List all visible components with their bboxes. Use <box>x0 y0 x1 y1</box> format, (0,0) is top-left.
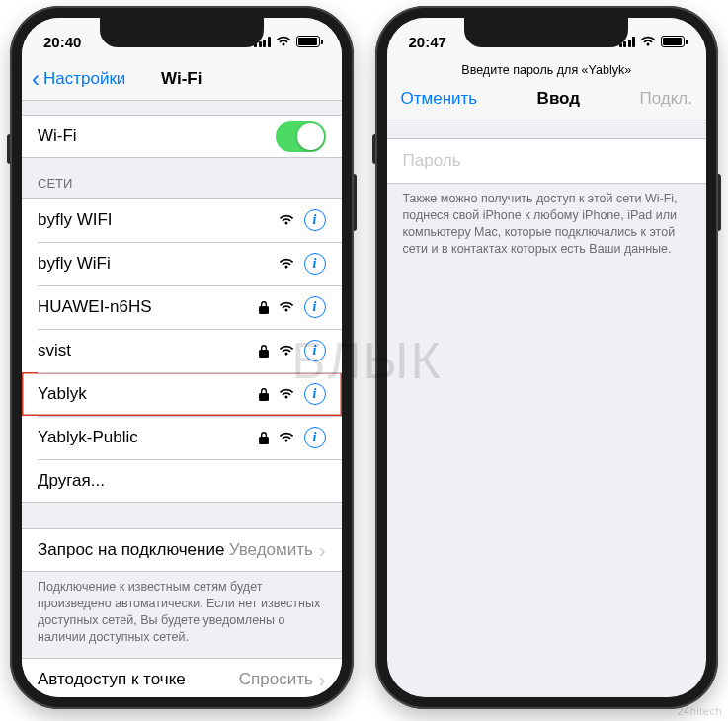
ask-to-join-value: Уведомить <box>229 540 313 560</box>
network-accessories: i <box>259 340 326 361</box>
phone-right: 20:47 Введите пароль для «Yablyk» Отмени… <box>375 6 719 709</box>
cancel-button[interactable]: Отменить <box>401 89 478 109</box>
password-prompt: Введите пароль для «Yablyk» <box>387 57 707 77</box>
screen-right: 20:47 Введите пароль для «Yablyk» Отмени… <box>387 18 707 697</box>
wifi-icon <box>276 36 291 47</box>
network-row[interactable]: svisti <box>22 329 342 372</box>
wifi-signal-icon <box>279 432 294 443</box>
network-accessories: i <box>279 209 326 231</box>
password-footer: Также можно получить доступ к этой сети … <box>387 184 707 270</box>
network-row[interactable]: Yablyki <box>22 372 342 416</box>
screen-left: 20:40 ‹ Настройки Wi-Fi Wi-Fi <box>22 18 342 697</box>
status-indicators <box>619 36 686 47</box>
battery-icon <box>296 36 320 47</box>
wifi-signal-icon <box>279 258 294 270</box>
status-time: 20:47 <box>409 34 446 50</box>
wifi-signal-icon <box>279 345 294 357</box>
info-button[interactable]: i <box>304 296 326 318</box>
wifi-signal-icon <box>279 388 294 400</box>
status-time: 20:40 <box>43 34 81 50</box>
wifi-icon <box>640 36 656 47</box>
network-name: byfly WIFI <box>38 210 279 230</box>
networks-list: byfly WIFIibyfly WiFiiHUAWEI-n6HSisvisti… <box>22 198 342 503</box>
networks-header: СЕТИ <box>22 158 342 198</box>
lock-icon <box>259 431 269 444</box>
info-button[interactable]: i <box>304 427 326 448</box>
ask-to-join-footer: Подключение к известным сетям будет прои… <box>22 572 342 658</box>
auto-hotspot-label: Автодоступ к точке <box>38 670 239 689</box>
back-label: Настройки <box>43 69 125 89</box>
lock-icon <box>259 300 269 314</box>
lock-icon <box>259 387 269 401</box>
notch <box>100 18 264 47</box>
ask-to-join-label: Запрос на подключение <box>38 540 229 560</box>
lock-icon <box>259 344 269 358</box>
connect-button[interactable]: Подкл. <box>640 89 693 109</box>
battery-icon <box>661 36 685 47</box>
network-name: svist <box>38 341 259 360</box>
network-row[interactable]: byfly WiFii <box>22 242 342 285</box>
chevron-left-icon: ‹ <box>32 67 40 91</box>
wifi-switch[interactable] <box>276 121 326 152</box>
password-placeholder: Пароль <box>403 151 461 170</box>
wifi-toggle-row: Wi-Fi <box>22 115 342 158</box>
other-network-label: Другая... <box>38 471 326 491</box>
network-row[interactable]: HUAWEI-n6HSi <box>22 285 342 329</box>
nav-bar: ‹ Настройки Wi-Fi <box>22 57 342 101</box>
network-accessories: i <box>259 296 326 318</box>
status-indicators <box>254 36 320 47</box>
network-row[interactable]: Yablyk-Publici <box>22 416 342 459</box>
info-button[interactable]: i <box>304 253 326 275</box>
notch <box>464 18 628 47</box>
wifi-signal-icon <box>279 214 294 226</box>
nav-bar: Отменить Ввод Подкл. <box>387 77 707 120</box>
info-button[interactable]: i <box>304 209 326 231</box>
phone-left: 20:40 ‹ Настройки Wi-Fi Wi-Fi <box>10 6 354 709</box>
network-accessories: i <box>259 427 326 448</box>
chevron-right-icon: › <box>319 540 326 560</box>
network-row[interactable]: byfly WIFIi <box>22 199 342 242</box>
credit-text: 24hitech <box>677 705 722 717</box>
auto-hotspot-row[interactable]: Автодоступ к точке Спросить › <box>22 658 342 698</box>
network-name: byfly WiFi <box>38 254 279 274</box>
network-name: Yablyk-Public <box>38 428 259 447</box>
wifi-toggle-label: Wi-Fi <box>38 126 276 146</box>
info-button[interactable]: i <box>304 383 326 405</box>
chevron-right-icon: › <box>319 670 326 689</box>
auto-hotspot-value: Спросить <box>239 670 313 689</box>
ask-to-join-row[interactable]: Запрос на подключение Уведомить › <box>22 528 342 572</box>
password-input[interactable]: Пароль <box>387 138 707 184</box>
back-button[interactable]: ‹ Настройки <box>32 67 125 91</box>
wifi-signal-icon <box>279 301 294 313</box>
page-title: Ввод <box>537 89 580 109</box>
network-name: Yablyk <box>38 384 259 404</box>
info-button[interactable]: i <box>304 340 326 361</box>
network-name: HUAWEI-n6HS <box>38 297 259 317</box>
page-title: Wi-Fi <box>161 69 202 89</box>
network-accessories: i <box>259 383 326 405</box>
other-network-row[interactable]: Другая... <box>22 459 342 503</box>
network-accessories: i <box>279 253 326 275</box>
